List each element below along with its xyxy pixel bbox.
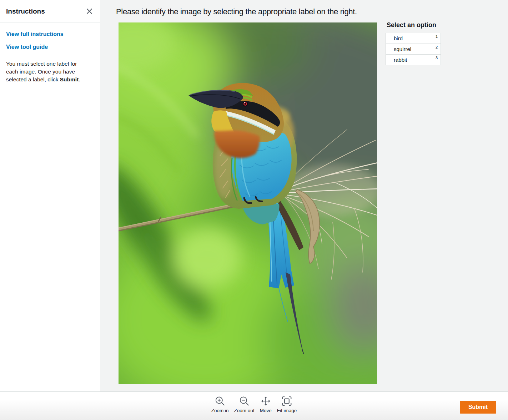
footer-toolbar: Zoom in Zoom out Move xyxy=(0,391,508,420)
fit-image-icon xyxy=(281,395,292,407)
option-label: rabbit xyxy=(394,57,407,63)
option-squirrel[interactable]: squirrel 2 xyxy=(386,44,441,55)
tool-label: Move xyxy=(260,408,272,413)
option-bird[interactable]: bird 1 xyxy=(386,33,441,44)
zoom-out-tool[interactable]: Zoom out xyxy=(234,395,255,413)
options-heading: Select an option xyxy=(387,21,441,29)
zoom-out-icon xyxy=(238,395,250,407)
close-icon xyxy=(86,8,92,14)
option-label: squirrel xyxy=(394,46,411,52)
zoom-in-icon xyxy=(214,395,226,407)
close-button[interactable] xyxy=(85,7,93,15)
options-panel: Select an option bird 1 squirrel 2 rabbi… xyxy=(386,21,441,65)
move-tool[interactable]: Move xyxy=(260,395,272,413)
option-rabbit[interactable]: rabbit 3 xyxy=(386,54,441,65)
sidebar-body: View full instructions View tool guide Y… xyxy=(0,23,100,84)
image-tools: Zoom in Zoom out Move xyxy=(211,395,297,413)
task-prompt: Please identify the image by selecting t… xyxy=(116,7,357,16)
option-shortcut: 1 xyxy=(436,34,438,39)
option-shortcut: 2 xyxy=(436,45,438,49)
note-bold: Submit xyxy=(60,76,79,82)
instructions-sidebar: Instructions View full instructions View… xyxy=(0,0,100,391)
view-full-instructions-link[interactable]: View full instructions xyxy=(6,31,94,37)
tool-label: Zoom in xyxy=(211,408,229,413)
view-tool-guide-link[interactable]: View tool guide xyxy=(6,44,94,50)
option-label: bird xyxy=(394,35,403,41)
sidebar-header: Instructions xyxy=(0,0,100,23)
task-image[interactable] xyxy=(119,22,377,384)
zoom-in-tool[interactable]: Zoom in xyxy=(211,395,229,413)
bird-photo-illustration xyxy=(119,22,377,384)
note-period: . xyxy=(79,76,80,82)
tool-label: Fit image xyxy=(277,408,297,413)
task-area: Please identify the image by selecting t… xyxy=(100,0,508,391)
submit-button[interactable]: Submit xyxy=(460,401,496,414)
sidebar-title: Instructions xyxy=(6,7,45,15)
option-shortcut: 3 xyxy=(436,56,438,60)
tool-label: Zoom out xyxy=(234,408,255,413)
instructions-note: You must select one label for each image… xyxy=(6,60,89,84)
fit-image-tool[interactable]: Fit image xyxy=(277,395,297,413)
options-list: bird 1 squirrel 2 rabbit 3 xyxy=(386,33,441,65)
move-icon xyxy=(260,395,271,407)
labeling-app: Instructions View full instructions View… xyxy=(0,0,508,420)
